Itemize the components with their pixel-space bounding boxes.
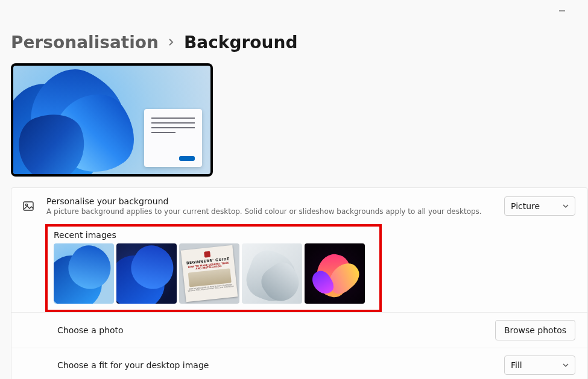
desktop-preview [11, 63, 213, 177]
choose-fit-label: Choose a fit for your desktop image [57, 360, 495, 370]
fit-value: Fill [511, 360, 522, 370]
personalise-card: Personalise your background A picture ba… [11, 187, 588, 379]
fit-dropdown[interactable]: Fill [504, 356, 575, 375]
recent-images-section: Recent images BEGINNERS' GUIDE HOW TO MA… [45, 224, 382, 312]
choose-fit-row: Choose a fit for your desktop image Fill [11, 348, 587, 379]
recent-image-beginners-guide[interactable]: BEGINNERS' GUIDE HOW TO MAKE CERAMIC TIL… [179, 243, 239, 304]
background-type-value: Picture [511, 201, 540, 211]
breadcrumb-current: Background [184, 33, 297, 52]
chevron-down-icon [563, 362, 569, 368]
recent-images-label: Recent images [54, 230, 373, 240]
breadcrumb-parent[interactable]: Personalisation [11, 33, 159, 52]
svg-point-2 [25, 204, 27, 205]
recent-image-paper-swirl[interactable] [242, 243, 302, 304]
chevron-down-icon [563, 203, 569, 209]
recent-image-neon-bloom[interactable] [305, 243, 365, 304]
background-type-dropdown[interactable]: Picture [504, 196, 575, 216]
preview-window [144, 109, 202, 167]
preview-wallpaper [13, 66, 152, 174]
chevron-right-icon [168, 36, 174, 49]
personalise-title: Personalise your background [46, 196, 495, 206]
browse-photos-button[interactable]: Browse photos [495, 320, 575, 340]
svg-rect-1 [24, 202, 33, 210]
recent-image-bloom-dark[interactable] [116, 243, 177, 304]
personalise-subtitle: A picture background applies to your cur… [46, 207, 495, 216]
picture-icon [20, 200, 37, 212]
choose-photo-label: Choose a photo [57, 325, 485, 335]
minimize-button[interactable] [548, 4, 576, 18]
recent-image-bloom-light[interactable] [54, 243, 114, 304]
choose-photo-row: Choose a photo Browse photos [11, 312, 587, 348]
breadcrumb: Personalisation Background [11, 33, 588, 52]
